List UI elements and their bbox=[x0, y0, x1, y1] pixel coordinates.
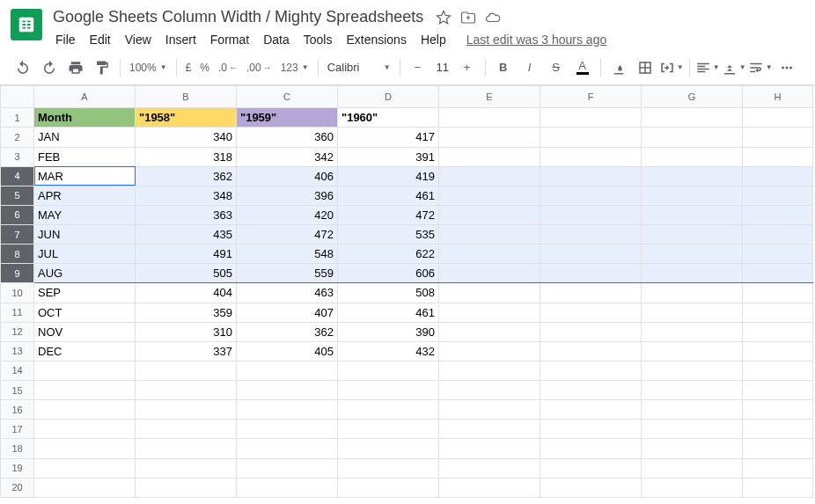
cell-H5[interactable] bbox=[743, 186, 813, 205]
cell-D5[interactable]: 461 bbox=[338, 186, 439, 205]
cell-E4[interactable] bbox=[439, 166, 540, 186]
cell-E6[interactable] bbox=[439, 205, 540, 224]
cell-E20[interactable] bbox=[439, 478, 540, 497]
row-head-17[interactable]: 17 bbox=[1, 420, 34, 439]
menu-file[interactable]: File bbox=[49, 29, 82, 50]
cloud-icon[interactable] bbox=[485, 10, 501, 26]
cell-E7[interactable] bbox=[439, 225, 540, 245]
cell-C3[interactable]: 342 bbox=[237, 147, 338, 166]
cell-D17[interactable] bbox=[338, 420, 439, 439]
menu-insert[interactable]: Insert bbox=[159, 29, 202, 50]
font-size-input[interactable]: 11 bbox=[432, 61, 453, 74]
menu-view[interactable]: View bbox=[119, 29, 158, 50]
cell-A11[interactable]: OCT bbox=[34, 303, 136, 322]
cell-E14[interactable] bbox=[439, 361, 540, 380]
row-head-5[interactable]: 5 bbox=[1, 186, 34, 205]
paint-format-button[interactable] bbox=[90, 55, 114, 80]
cell-B7[interactable]: 435 bbox=[136, 225, 237, 245]
row-head-6[interactable]: 6 bbox=[1, 205, 34, 224]
cell-C14[interactable] bbox=[237, 361, 338, 380]
cell-D15[interactable] bbox=[338, 381, 439, 400]
row-head-13[interactable]: 13 bbox=[1, 341, 34, 361]
cell-E5[interactable] bbox=[439, 186, 540, 205]
row-head-19[interactable]: 19 bbox=[1, 458, 34, 478]
cell-F11[interactable] bbox=[540, 303, 642, 322]
cell-H20[interactable] bbox=[743, 478, 813, 497]
italic-button[interactable]: I bbox=[518, 55, 542, 80]
cell-A12[interactable]: NOV bbox=[34, 322, 136, 341]
cell-B20[interactable] bbox=[136, 478, 237, 497]
spreadsheet-grid[interactable]: ABCDEFGH1Month"1958""1959""1960"2JAN3403… bbox=[0, 85, 813, 498]
cell-F13[interactable] bbox=[540, 341, 642, 361]
merge-button[interactable]: ▼ bbox=[659, 55, 684, 80]
cell-F3[interactable] bbox=[540, 147, 642, 166]
cell-D3[interactable]: 391 bbox=[338, 147, 439, 166]
cell-H15[interactable] bbox=[743, 381, 813, 400]
cell-A5[interactable]: APR bbox=[34, 186, 136, 205]
cell-E19[interactable] bbox=[439, 458, 540, 478]
cell-B13[interactable]: 337 bbox=[136, 341, 237, 361]
cell-H12[interactable] bbox=[743, 322, 813, 341]
row-head-3[interactable]: 3 bbox=[1, 147, 34, 166]
cell-E2[interactable] bbox=[439, 128, 540, 147]
cell-A15[interactable] bbox=[34, 381, 136, 400]
cell-B6[interactable]: 363 bbox=[136, 205, 237, 224]
cell-C18[interactable] bbox=[237, 439, 338, 458]
cell-G14[interactable] bbox=[642, 361, 743, 380]
cell-F7[interactable] bbox=[540, 225, 642, 245]
redo-button[interactable] bbox=[37, 55, 62, 80]
cell-E15[interactable] bbox=[439, 381, 540, 400]
col-head-C[interactable]: C bbox=[237, 86, 338, 108]
cell-C4[interactable]: 406 bbox=[237, 166, 338, 186]
cell-E9[interactable] bbox=[439, 264, 540, 283]
row-head-18[interactable]: 18 bbox=[1, 439, 34, 458]
text-color-button[interactable]: A bbox=[570, 55, 595, 80]
cell-B8[interactable]: 491 bbox=[136, 245, 237, 264]
cell-F9[interactable] bbox=[540, 264, 642, 283]
font-size-decrease[interactable]: − bbox=[406, 55, 430, 80]
cell-G13[interactable] bbox=[642, 341, 743, 361]
row-head-12[interactable]: 12 bbox=[1, 322, 34, 341]
cell-E3[interactable] bbox=[439, 147, 540, 166]
cell-C8[interactable]: 548 bbox=[237, 245, 338, 264]
cell-B9[interactable]: 505 bbox=[136, 264, 237, 283]
cell-H1[interactable] bbox=[743, 108, 813, 128]
cell-A19[interactable] bbox=[34, 458, 136, 478]
col-head-H[interactable]: H bbox=[743, 86, 813, 108]
cell-H8[interactable] bbox=[743, 245, 813, 264]
cell-D10[interactable]: 508 bbox=[338, 283, 439, 303]
cell-A2[interactable]: JAN bbox=[34, 128, 136, 147]
cell-H16[interactable] bbox=[743, 400, 813, 420]
cell-E12[interactable] bbox=[439, 322, 540, 341]
cell-A14[interactable] bbox=[34, 361, 136, 380]
cell-C11[interactable]: 407 bbox=[237, 303, 338, 322]
cell-E16[interactable] bbox=[439, 400, 540, 420]
col-head-D[interactable]: D bbox=[338, 86, 439, 108]
cell-D9[interactable]: 606 bbox=[338, 264, 439, 283]
cell-E17[interactable] bbox=[439, 420, 540, 439]
row-head-9[interactable]: 9 bbox=[1, 264, 34, 283]
cell-B18[interactable] bbox=[136, 439, 237, 458]
cell-A16[interactable] bbox=[34, 400, 136, 420]
cell-D18[interactable] bbox=[338, 439, 439, 458]
cell-G15[interactable] bbox=[642, 381, 743, 400]
cell-E18[interactable] bbox=[439, 439, 540, 458]
cell-D2[interactable]: 417 bbox=[338, 128, 439, 147]
cell-B15[interactable] bbox=[136, 381, 237, 400]
cell-A17[interactable] bbox=[34, 420, 136, 439]
row-head-8[interactable]: 8 bbox=[1, 245, 34, 264]
cell-F10[interactable] bbox=[540, 283, 642, 303]
cell-F8[interactable] bbox=[540, 245, 642, 264]
select-all-corner[interactable] bbox=[1, 86, 34, 108]
cell-E1[interactable] bbox=[439, 108, 540, 128]
cell-G19[interactable] bbox=[642, 458, 743, 478]
cell-G9[interactable] bbox=[642, 264, 743, 283]
cell-F15[interactable] bbox=[540, 381, 642, 400]
cell-B4[interactable]: 362 bbox=[136, 166, 237, 186]
cell-H3[interactable] bbox=[743, 147, 813, 166]
cell-F14[interactable] bbox=[540, 361, 642, 380]
cell-C15[interactable] bbox=[237, 381, 338, 400]
cell-G18[interactable] bbox=[642, 439, 743, 458]
menu-tools[interactable]: Tools bbox=[297, 29, 339, 50]
cell-A18[interactable] bbox=[34, 439, 136, 458]
